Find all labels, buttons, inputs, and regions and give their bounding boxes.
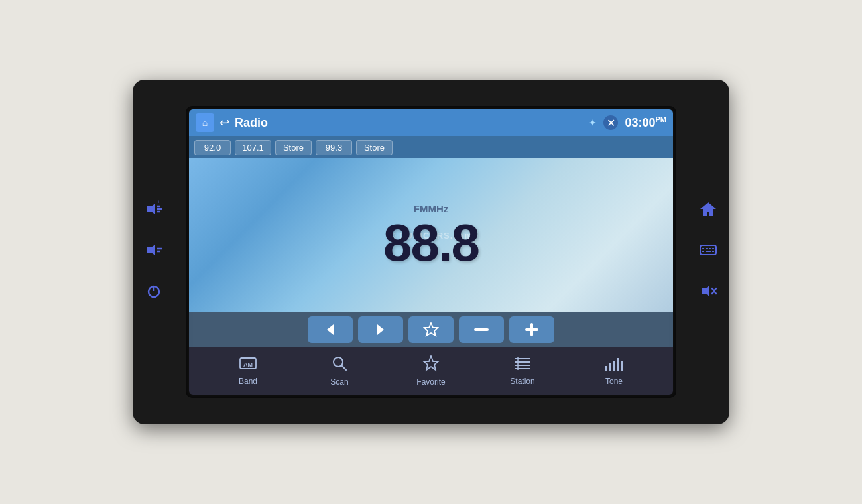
station-icon	[514, 355, 531, 374]
svg-rect-36	[712, 248, 714, 249]
home-right-button[interactable]	[699, 200, 717, 222]
close-button[interactable]: ✕	[603, 115, 618, 130]
home-button[interactable]: ⌂	[196, 113, 214, 132]
left-side-buttons: +	[145, 200, 163, 304]
svg-rect-13	[474, 328, 489, 331]
tone-label: Tone	[605, 377, 623, 386]
screen-title: Radio	[235, 116, 268, 130]
nav-tone[interactable]: Tone	[587, 355, 641, 386]
svg-rect-26	[605, 366, 607, 371]
svg-rect-35	[709, 248, 711, 249]
preset-2[interactable]: 107.1	[235, 140, 271, 155]
svg-rect-27	[609, 363, 611, 371]
bottom-nav: AM Band Scan	[189, 347, 673, 395]
station-label: Station	[510, 377, 534, 386]
svg-rect-33	[702, 248, 704, 249]
svg-rect-30	[621, 361, 623, 371]
presets-bar: 92.0 107.1 Store 99.3 Store	[189, 136, 673, 158]
band-icon: AM	[239, 355, 257, 374]
svg-marker-31	[700, 202, 716, 216]
band-label-nav: Band	[239, 377, 257, 386]
preset-store-2[interactable]: Store	[356, 140, 393, 155]
svg-rect-34	[706, 248, 708, 249]
main-display: © DUBICARS.com FM MHz 88.8	[189, 158, 673, 312]
mhz-label: MHz	[428, 203, 448, 214]
preset-1[interactable]: 92.0	[194, 140, 231, 155]
preset-3[interactable]: 99.3	[316, 140, 352, 155]
time-display: 03:00PM	[625, 115, 666, 130]
svg-rect-38	[706, 251, 711, 252]
svg-marker-20	[424, 356, 438, 370]
favorite-label: Favorite	[416, 377, 445, 387]
scan-label: Scan	[330, 377, 348, 387]
svg-marker-40	[702, 286, 709, 296]
svg-rect-15	[525, 328, 538, 331]
nav-scan[interactable]: Scan	[313, 355, 366, 387]
band-label: FM	[414, 203, 428, 214]
screen-bezel: ⌂ ↩ Radio ✦ ✕ 03:00PM 92.0 107.1 Store 9…	[186, 106, 676, 398]
top-bar: ⌂ ↩ Radio ✦ ✕ 03:00PM	[189, 109, 673, 136]
favorite-icon-nav	[422, 355, 440, 375]
tone-icon	[604, 355, 624, 374]
nav-favorite[interactable]: Favorite	[404, 355, 458, 387]
favorite-button[interactable]	[408, 316, 454, 343]
svg-rect-28	[613, 361, 615, 371]
svg-marker-5	[147, 245, 155, 255]
plus-button[interactable]	[509, 316, 554, 343]
svg-marker-10	[327, 324, 334, 335]
nav-band[interactable]: AM Band	[221, 355, 275, 386]
svg-text:+: +	[157, 200, 160, 205]
svg-rect-29	[617, 358, 619, 371]
next-button[interactable]	[358, 316, 403, 343]
svg-rect-37	[702, 251, 704, 252]
svg-rect-39	[712, 251, 714, 252]
nav-station[interactable]: Station	[496, 355, 549, 386]
mute-button[interactable]	[699, 282, 717, 304]
minus-button[interactable]	[459, 316, 504, 343]
car-radio-unit: + ⌂ ↩ Radio	[133, 80, 729, 424]
back-button[interactable]: ↩	[219, 115, 229, 130]
preset-store-1[interactable]: Store	[275, 140, 312, 155]
svg-rect-32	[700, 245, 716, 255]
screen: ⌂ ↩ Radio ✦ ✕ 03:00PM 92.0 107.1 Store 9…	[189, 109, 673, 395]
power-button[interactable]	[145, 282, 163, 304]
bluetooth-icon: ✦	[589, 117, 597, 128]
svg-text:AM: AM	[243, 361, 253, 368]
scan-icon	[331, 355, 348, 375]
frequency-area: FM MHz 88.8	[374, 203, 489, 269]
svg-marker-11	[377, 324, 384, 335]
controls-row	[189, 312, 673, 347]
frequency-display: 88.8	[383, 217, 479, 269]
right-side-buttons	[699, 200, 717, 304]
volume-up-button[interactable]: +	[145, 200, 163, 222]
svg-marker-12	[424, 323, 438, 336]
svg-line-19	[341, 365, 346, 370]
keyboard-button[interactable]	[699, 241, 717, 263]
prev-button[interactable]	[308, 316, 353, 343]
volume-down-button[interactable]	[145, 241, 163, 263]
svg-marker-0	[147, 204, 155, 214]
